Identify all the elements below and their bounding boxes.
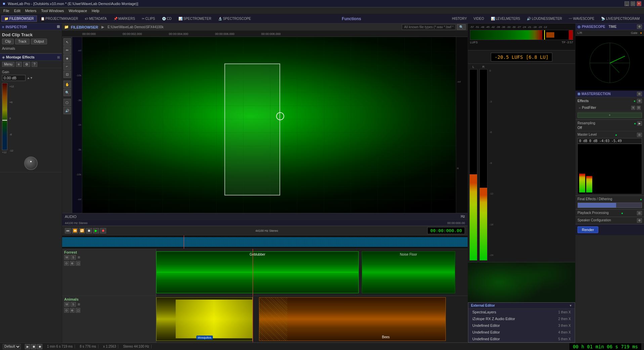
status-play-btn[interactable]: ▶: [25, 344, 30, 349]
animals-fx2[interactable]: ⊕: [70, 308, 75, 313]
master-level-expand[interactable]: ⊡: [637, 133, 642, 137]
status-stop-btn[interactable]: ⏹: [31, 344, 36, 349]
menu-meters[interactable]: Meters: [23, 8, 39, 13]
geblubber-label: Geblubber: [250, 253, 265, 256]
forrest-mute-btn[interactable]: M: [64, 255, 70, 260]
spectrogram-display: ↖ ✏ ◈ ⌐ ⊡ ✋ 🔍 ⬡ 🔊 -inf -10k -3k: [62, 37, 468, 213]
menu-btn[interactable]: Menu: [2, 62, 14, 67]
sample-rate-display: 44100 Hz Stereo: [65, 221, 88, 225]
tab-spectroscope[interactable]: 🔬 SPECTROSCOPE: [215, 15, 254, 22]
settings-btn[interactable]: ⚙: [23, 62, 30, 67]
menu-workspace[interactable]: Workspace: [67, 8, 89, 13]
add-effect-btn[interactable]: +: [577, 113, 642, 118]
tool-eraser[interactable]: ⊡: [63, 71, 71, 78]
transport-go-start[interactable]: ⏮: [65, 228, 71, 233]
tab-livespectrogram[interactable]: 📡 LIVESPECTROGRAM: [598, 15, 643, 22]
resampling-power[interactable]: ●: [634, 122, 636, 125]
editor-undefined-2[interactable]: Undefined Editor 4 then X: [468, 329, 575, 336]
master-level-power[interactable]: ●: [615, 133, 617, 137]
resampling-toggle[interactable]: ▶: [637, 121, 642, 126]
ms-expand-btn[interactable]: ⊟: [637, 92, 642, 96]
output-button[interactable]: Output: [31, 39, 47, 44]
playback-toggle[interactable]: ⊡: [637, 211, 642, 215]
tab-loudnessmeter[interactable]: 🔊 LOUDNESSMETER: [524, 15, 565, 22]
transport-play[interactable]: ▶: [93, 228, 99, 233]
tab-filebrowser[interactable]: 📁 FILEBROWSER: [1, 15, 37, 22]
transport-rewind[interactable]: ⏪: [72, 228, 78, 233]
close-button[interactable]: ✕: [637, 1, 641, 6]
forrest-fx3[interactable]: ◻: [76, 261, 80, 266]
waveform-overview[interactable]: [62, 235, 468, 249]
render-button[interactable]: Render: [577, 226, 598, 233]
phasescope-settings[interactable]: ⚙: [637, 25, 642, 29]
tool-zoom[interactable]: 🔍: [63, 89, 71, 96]
inspector-icon: ≡: [2, 25, 4, 29]
track-button[interactable]: Track: [15, 39, 30, 44]
gain-knob[interactable]: [24, 157, 38, 170]
effects-power[interactable]: ●: [634, 99, 636, 103]
search-input[interactable]: [402, 24, 456, 30]
tab-clips[interactable]: ✂ CLIPS: [139, 15, 158, 22]
tool-cursor[interactable]: ↖: [63, 38, 71, 46]
tab-spectrometer[interactable]: 📊 SPECTROMETER: [175, 15, 214, 22]
forrest-clip-1[interactable]: Geblubber: [156, 251, 359, 293]
help-btn[interactable]: ?: [32, 62, 38, 67]
forrest-track-content[interactable]: Geblubber Noise Floor: [156, 249, 468, 296]
postfilter-s-btn[interactable]: S: [631, 106, 635, 110]
menu-help[interactable]: Help: [90, 8, 101, 13]
minimize-button[interactable]: _: [625, 1, 629, 6]
add-effect-btn[interactable]: ≡: [16, 62, 22, 67]
animals-track-content[interactable]: Mosquitos Bees: [156, 296, 468, 343]
animals-mute-btn[interactable]: M: [64, 302, 70, 307]
playback-power[interactable]: ●: [621, 211, 623, 215]
tool-wand[interactable]: ◈: [63, 54, 71, 62]
menu-file[interactable]: File: [1, 8, 11, 13]
animals-solo-btn[interactable]: S: [71, 302, 76, 307]
editor-undefined-3[interactable]: Undefined Editor 5 then X: [468, 336, 575, 342]
transport-stop[interactable]: ⏹: [86, 228, 92, 233]
mosquitos-clip[interactable]: Mosquitos: [156, 297, 253, 341]
editor-spectralayers[interactable]: SpectraLayers 1 then X: [468, 309, 575, 315]
clip-button[interactable]: Clip: [2, 39, 14, 44]
tab-cd[interactable]: 💿 CD: [159, 15, 175, 22]
maximize-button[interactable]: □: [631, 1, 635, 6]
tab-levelmeters[interactable]: 📊 LEVELMETERS: [488, 15, 523, 22]
speaker-config-btn[interactable]: ⚙: [637, 218, 642, 223]
tab-wavescope[interactable]: 〰 WAVESCOPE: [566, 15, 597, 22]
editor-izotope[interactable]: iZotope RX Z Audio Editor 2 then X: [468, 315, 575, 322]
tool-pencil[interactable]: ✏: [63, 46, 71, 54]
forrest-fx2[interactable]: ⊕: [70, 261, 75, 266]
tab-video[interactable]: VIDEO: [471, 15, 487, 22]
animals-fx3[interactable]: ◻: [76, 308, 80, 313]
preset-select[interactable]: Default: [3, 344, 21, 349]
tool-lasso[interactable]: ⌐: [63, 62, 71, 70]
transport-loop[interactable]: 🔁: [79, 228, 85, 233]
tab-markers[interactable]: 📌 MARKERS: [111, 15, 138, 22]
transport-record[interactable]: ⏺: [100, 228, 106, 233]
animals-fx1[interactable]: ⊙: [64, 308, 69, 313]
final-effects-power[interactable]: ●: [640, 198, 642, 201]
tool-3d[interactable]: ⬡: [63, 99, 71, 106]
tab-projectmanager[interactable]: 📋 PROJECTMANAGER: [38, 15, 81, 22]
tab-history[interactable]: HISTORY: [449, 15, 470, 22]
search-button[interactable]: 🔍: [457, 24, 466, 30]
postfilter-edit[interactable]: ⊡: [637, 106, 641, 110]
spectrogram-canvas[interactable]: [82, 37, 456, 213]
bees-clip[interactable]: Bees: [259, 297, 446, 341]
tool-speaker[interactable]: 🔊: [63, 107, 71, 114]
menu-edit[interactable]: Edit: [12, 8, 23, 13]
status-record-btn[interactable]: ⏺: [37, 344, 42, 349]
editor-undefined-1[interactable]: Undefined Editor 3 then X: [468, 322, 575, 329]
tool-hand[interactable]: ✋: [63, 81, 71, 88]
inspector-expand[interactable]: ⊞: [57, 25, 60, 29]
bees-crossfade: [259, 298, 287, 341]
external-editor-toggle[interactable]: ▼: [569, 304, 572, 307]
db-15: -15: [538, 26, 542, 29]
forrest-fx1[interactable]: ⊙: [64, 261, 69, 266]
forrest-solo-btn[interactable]: S: [71, 255, 76, 260]
effects-settings[interactable]: ⚙: [637, 99, 642, 103]
menu-tool-windows[interactable]: Tool Windows: [39, 8, 66, 13]
forrest-clip-2[interactable]: Noise Floor: [362, 251, 455, 293]
montage-effects-expand[interactable]: ⊞: [57, 55, 60, 59]
tab-metadata[interactable]: 🏷 METADATA: [82, 15, 110, 22]
